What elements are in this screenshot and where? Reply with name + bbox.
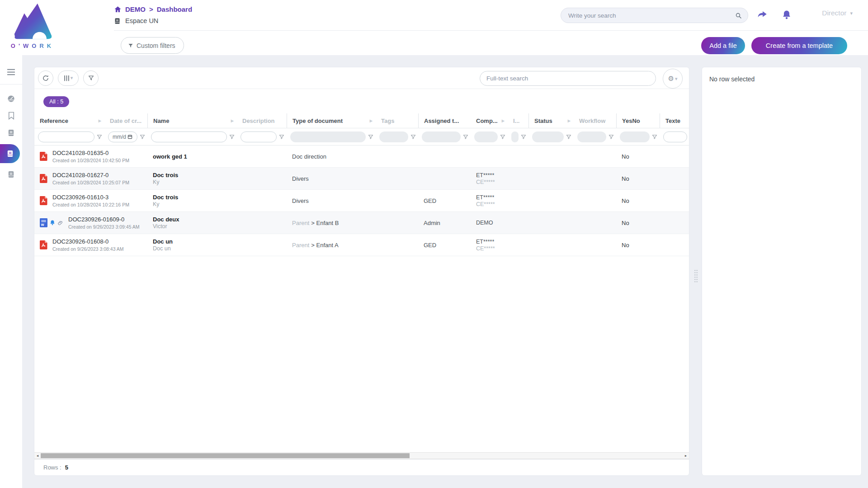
column-header-reference[interactable]: Reference ▶ bbox=[34, 113, 104, 128]
column-header-tags[interactable]: Tags bbox=[376, 113, 418, 128]
logo-mountain-icon bbox=[12, 2, 53, 40]
global-search bbox=[561, 8, 748, 23]
column-header-assigned[interactable]: Assigned t... bbox=[418, 113, 471, 128]
filter-input-description[interactable] bbox=[241, 131, 277, 142]
filter-input-yesno-disabled bbox=[620, 131, 650, 142]
column-header-workflow[interactable]: Workflow bbox=[574, 113, 616, 128]
create-from-template-button[interactable]: Create from a template bbox=[751, 37, 847, 54]
column-header-texte[interactable]: Texte bbox=[660, 113, 689, 128]
column-header-name[interactable]: Name ▶ bbox=[147, 113, 237, 128]
document-created: Created on 10/28/2024 10:42:50 PM bbox=[52, 158, 129, 163]
pdf-icon bbox=[40, 174, 47, 183]
column-header-company[interactable]: Comp... ▶ bbox=[471, 113, 508, 128]
funnel-icon[interactable] bbox=[500, 134, 506, 140]
sidebar-menu-toggle[interactable] bbox=[0, 63, 22, 80]
horizontal-scrollbar[interactable]: ◄ ► bbox=[34, 452, 689, 459]
document-reference: DOC230926-01610-3 bbox=[52, 194, 129, 201]
paperclip-icon bbox=[57, 220, 63, 226]
sidebar-item-documents[interactable] bbox=[0, 124, 22, 141]
funnel-icon[interactable] bbox=[566, 134, 572, 140]
scroll-left-icon[interactable]: ◄ bbox=[34, 453, 41, 459]
column-header-status[interactable]: Status ▶ bbox=[528, 113, 574, 128]
scroll-right-icon[interactable]: ► bbox=[683, 453, 689, 459]
document-subtitle: Ky bbox=[153, 179, 237, 185]
document-name: owork ged 1 bbox=[153, 153, 237, 160]
breadcrumb-current[interactable]: Dashboard bbox=[157, 5, 192, 13]
breadcrumb-root[interactable]: DEMO bbox=[125, 5, 146, 13]
sidebar-item-bookmarks[interactable] bbox=[0, 107, 22, 124]
speedometer-icon bbox=[7, 94, 15, 103]
home-icon[interactable] bbox=[114, 5, 122, 13]
sidebar-item-dashboard[interactable] bbox=[0, 90, 22, 107]
funnel-icon[interactable] bbox=[410, 134, 416, 140]
search-icon[interactable] bbox=[735, 12, 742, 19]
document-subtitle: Victor bbox=[153, 223, 237, 230]
funnel-icon[interactable] bbox=[462, 134, 469, 140]
document-type: Parent> Enfant B bbox=[287, 220, 376, 226]
table-settings-button[interactable]: ⚙ ▾ bbox=[663, 69, 683, 89]
pdf-icon bbox=[40, 196, 47, 205]
sort-arrow-icon[interactable]: ▶ bbox=[99, 119, 101, 123]
table-row[interactable]: w DOC230926-01609-0 Created on 9/26/2023… bbox=[34, 212, 689, 234]
document-type: Parent> Enfant A bbox=[287, 242, 376, 249]
filter-input-name[interactable] bbox=[151, 131, 227, 142]
hamburger-icon bbox=[7, 69, 15, 75]
column-header-date[interactable]: Date of cr... bbox=[104, 113, 147, 128]
sort-arrow-icon[interactable]: ▶ bbox=[568, 119, 571, 123]
detail-panel: No row selected bbox=[702, 67, 862, 476]
svg-text:w: w bbox=[41, 222, 44, 227]
sort-arrow-icon[interactable]: ▶ bbox=[502, 119, 505, 123]
all-count-badge[interactable]: All : 5 bbox=[43, 96, 69, 107]
user-menu[interactable]: Director ▾ bbox=[822, 9, 853, 17]
share-button[interactable] bbox=[755, 7, 770, 23]
filter-input-reference[interactable] bbox=[38, 131, 94, 142]
share-arrow-icon bbox=[756, 9, 768, 21]
logo-wordmark: O'WORK bbox=[5, 42, 60, 49]
panel-resizer-handle[interactable] bbox=[694, 269, 698, 283]
document-name: Doc trois bbox=[153, 172, 237, 178]
add-file-button[interactable]: Add a file bbox=[701, 37, 745, 54]
funnel-icon[interactable] bbox=[96, 134, 103, 140]
document-assigned: GED bbox=[418, 242, 471, 249]
columns-button[interactable]: ▾ bbox=[58, 70, 79, 86]
sort-arrow-icon[interactable]: ▶ bbox=[370, 119, 373, 123]
filter-input-status-disabled bbox=[532, 131, 564, 142]
document-yesno: No bbox=[616, 197, 660, 204]
table-row[interactable]: DOC241028-01635-0 Created on 10/28/2024 … bbox=[34, 145, 689, 168]
filter-button[interactable] bbox=[83, 70, 99, 86]
fulltext-search-input[interactable] bbox=[486, 75, 649, 82]
table-row[interactable]: DOC241028-01627-0 Created on 10/28/2024 … bbox=[34, 168, 689, 190]
funnel-icon[interactable] bbox=[608, 134, 614, 140]
filter-input-date[interactable]: mm/d bbox=[108, 131, 137, 142]
custom-filters-button[interactable]: Custom filters bbox=[121, 37, 184, 54]
funnel-icon[interactable] bbox=[520, 134, 527, 140]
pdf-icon bbox=[40, 152, 47, 161]
filter-input-texte[interactable] bbox=[663, 131, 687, 142]
funnel-icon[interactable] bbox=[229, 134, 235, 140]
column-header-type[interactable]: Type of document ▶ bbox=[287, 113, 376, 128]
document-yesno: No bbox=[616, 242, 660, 249]
table-row[interactable]: DOC230926-01608-0 Created on 9/26/2023 3… bbox=[34, 234, 689, 256]
filter-input-workflow-disabled bbox=[577, 131, 606, 142]
sort-arrow-icon[interactable]: ▶ bbox=[231, 119, 234, 123]
filter-input-type-disabled bbox=[290, 131, 366, 142]
sidebar-item-archives[interactable] bbox=[0, 166, 22, 183]
funnel-icon[interactable] bbox=[139, 134, 146, 140]
column-header-i[interactable]: I... bbox=[508, 113, 528, 128]
table-footer: Rows : 5 bbox=[34, 459, 689, 475]
app-logo[interactable]: O'WORK bbox=[5, 2, 60, 49]
funnel-icon[interactable] bbox=[651, 134, 658, 140]
sidebar-item-ged-active[interactable] bbox=[0, 144, 20, 163]
document-subtitle: Doc un bbox=[153, 245, 237, 252]
refresh-button[interactable] bbox=[38, 70, 53, 86]
funnel-icon[interactable] bbox=[278, 134, 285, 140]
notifications-button[interactable] bbox=[779, 7, 794, 23]
scrollbar-thumb[interactable] bbox=[41, 453, 410, 458]
column-header-yesno[interactable]: YesNo bbox=[616, 113, 660, 128]
sidebar bbox=[0, 55, 22, 488]
global-search-input[interactable] bbox=[568, 12, 735, 19]
document-name: Doc deux bbox=[153, 216, 237, 223]
column-header-description[interactable]: Description bbox=[237, 113, 287, 128]
funnel-icon[interactable] bbox=[368, 134, 374, 140]
table-row[interactable]: DOC230926-01610-3 Created on 10/28/2024 … bbox=[34, 190, 689, 212]
